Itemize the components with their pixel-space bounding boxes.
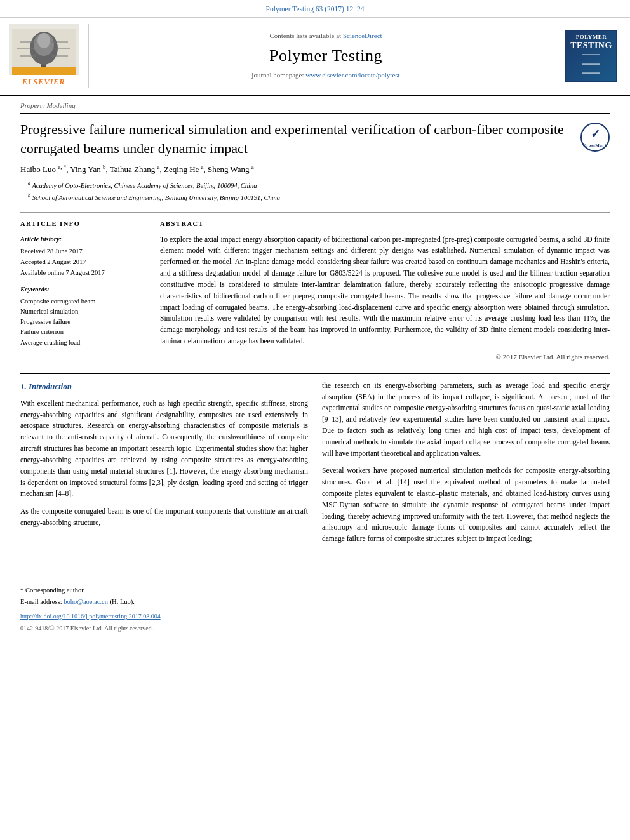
keyword-3: Progressive failure bbox=[20, 317, 147, 326]
email-note: E-mail address: boho@aoe.ac.cn (H. Luo). bbox=[20, 597, 308, 607]
history-label: Article history: bbox=[20, 234, 147, 244]
keyword-2: Numerical simulation bbox=[20, 307, 147, 316]
journal-title-area: Contents lists available at ScienceDirec… bbox=[97, 24, 555, 88]
svg-rect-11 bbox=[12, 67, 76, 75]
abstract-heading: ABSTRACT bbox=[160, 219, 610, 229]
authors-line: Haibo Luo a, *, Ying Yan b, Taihua Zhang… bbox=[20, 163, 610, 176]
section-label: Property Modelling bbox=[20, 96, 610, 114]
keyword-1: Composite corrugated beam bbox=[20, 297, 147, 306]
intro-paragraph-2: As the composite corrugated beam is one … bbox=[20, 506, 308, 529]
title-area: Progressive failure numerical simulation… bbox=[20, 120, 610, 157]
homepage-url[interactable]: www.elsevier.com/locate/polytest bbox=[305, 71, 399, 79]
author-taihua: Taihua Zhang a, bbox=[110, 164, 164, 174]
journal-name: Polymer Testing bbox=[269, 44, 382, 68]
article-info-heading: ARTICLE INFO bbox=[20, 219, 147, 229]
article-container: Property Modelling Progressive failure n… bbox=[0, 96, 630, 634]
info-abstract-columns: ARTICLE INFO Article history: Received 2… bbox=[20, 212, 610, 362]
received-date: Received 28 June 2017 bbox=[20, 246, 147, 256]
crossmark-badge: ✓ CrossMark bbox=[580, 123, 610, 152]
sciencedirect-link[interactable]: ScienceDirect bbox=[343, 32, 382, 39]
corresponding-author-note: * Corresponding author. bbox=[20, 585, 308, 596]
body-left-column: 1. Introduction With excellent mechanica… bbox=[20, 380, 308, 634]
author-ying: Ying Yan b, bbox=[70, 164, 109, 174]
doi-line: http://dx.doi.org/10.1016/j.polymertesti… bbox=[20, 611, 308, 622]
abstract-column: ABSTRACT To explore the axial impact ene… bbox=[160, 219, 610, 362]
keyword-5: Average crushing load bbox=[20, 338, 147, 347]
badge-line1: POLYMER bbox=[576, 34, 607, 41]
footnote-section: * Corresponding author. E-mail address: … bbox=[20, 580, 308, 608]
contents-label: Contents lists available at bbox=[269, 32, 342, 39]
elsevier-wordmark: ELSEVIER bbox=[22, 76, 65, 88]
homepage-line: journal homepage: www.elsevier.com/locat… bbox=[251, 70, 399, 81]
badge-decoration: ━━━━━━━━━━━━━━━ bbox=[582, 51, 600, 78]
author-sheng: Sheng Wang a bbox=[208, 164, 254, 174]
section1-title: 1. Introduction bbox=[20, 380, 308, 393]
intro-paragraph-1: With excellent mechanical performance, s… bbox=[20, 398, 308, 500]
polymer-testing-badge: POLYMER TESTING ━━━━━━━━━━━━━━━ bbox=[565, 30, 617, 82]
intro-paragraph-4: Several workers have proposed numerical … bbox=[322, 465, 610, 545]
article-title: Progressive failure numerical simulation… bbox=[20, 120, 610, 157]
author-haibo: Haibo Luo a, *, bbox=[20, 164, 70, 174]
crossmark-symbol: ✓ bbox=[591, 126, 600, 142]
homepage-label: journal homepage: bbox=[251, 71, 305, 79]
journal-reference-text: Polymer Testing 63 (2017) 12–24 bbox=[266, 5, 365, 13]
svg-point-4 bbox=[37, 33, 50, 48]
keywords-section: Keywords: Composite corrugated beam Nume… bbox=[20, 284, 147, 347]
contents-available-line: Contents lists available at ScienceDirec… bbox=[269, 31, 382, 41]
elsevier-tree-icon bbox=[12, 29, 76, 75]
issn-line: 0142-9418/© 2017 Elsevier Ltd. All right… bbox=[20, 623, 308, 634]
article-info-column: ARTICLE INFO Article history: Received 2… bbox=[20, 219, 147, 362]
journal-reference: Polymer Testing 63 (2017) 12–24 bbox=[0, 0, 630, 18]
intro-paragraph-3: the research on its energy-absorbing par… bbox=[322, 380, 610, 460]
article-history: Article history: Received 28 June 2017 A… bbox=[20, 234, 147, 278]
author-email-link[interactable]: boho@aoe.ac.cn bbox=[64, 598, 108, 605]
keyword-4: Failure criterion bbox=[20, 327, 147, 337]
accepted-date: Accepted 2 August 2017 bbox=[20, 257, 147, 267]
elsevier-logo: ELSEVIER bbox=[6, 24, 89, 88]
affiliation-b: b School of Aeronautical Science and Eng… bbox=[28, 192, 610, 203]
author-zeqing: Zeqing He a, bbox=[164, 164, 208, 174]
keywords-label: Keywords: bbox=[20, 284, 147, 294]
elsevier-logo-image bbox=[9, 24, 79, 75]
affiliation-a: a Academy of Opto-Electronics, Chinese A… bbox=[28, 180, 610, 190]
journal-header: ELSEVIER Contents lists available at Sci… bbox=[0, 18, 630, 96]
abstract-text: To explore the axial impact energy absor… bbox=[160, 234, 610, 347]
body-right-column: the research on its energy-absorbing par… bbox=[322, 380, 610, 634]
crossmark-label: CrossMark bbox=[583, 142, 608, 149]
section-divider bbox=[20, 373, 610, 374]
doi-link[interactable]: http://dx.doi.org/10.1016/j.polymertesti… bbox=[20, 613, 161, 620]
badge-line2: TESTING bbox=[570, 41, 612, 51]
journal-badge-area: POLYMER TESTING ━━━━━━━━━━━━━━━ bbox=[563, 24, 620, 88]
available-date: Available online 7 August 2017 bbox=[20, 268, 147, 277]
body-columns: 1. Introduction With excellent mechanica… bbox=[20, 380, 610, 634]
copyright-line: © 2017 Elsevier Ltd. All rights reserved… bbox=[160, 352, 610, 363]
